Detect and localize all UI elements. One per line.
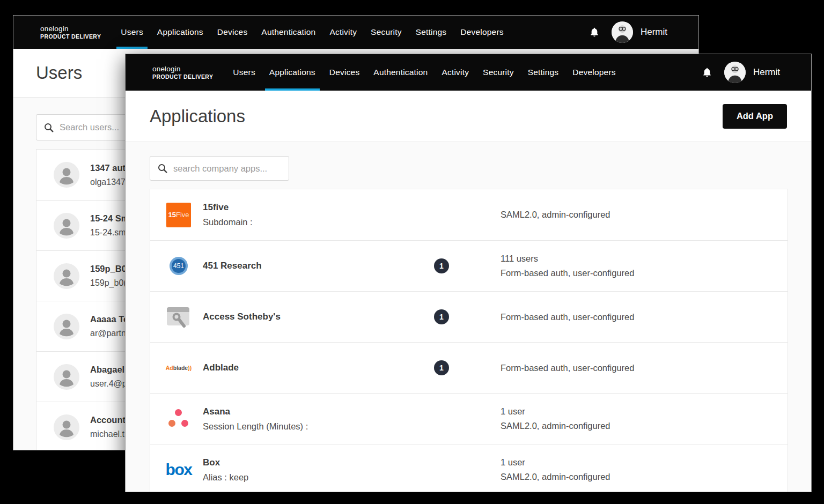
user-avatar-photo[interactable] [724, 62, 746, 83]
user-name: Abagael [90, 365, 127, 375]
account-name[interactable]: Hermit [641, 27, 667, 38]
search-icon [44, 123, 54, 132]
nav-item-users[interactable]: Users [114, 16, 150, 49]
config-line: SAML2.0, admin-configured [501, 210, 771, 220]
app-row-15five[interactable]: 15Five 15five Subdomain : SAML2.0, admin… [150, 189, 788, 240]
onelogin-logo[interactable]: onelogin PRODUCT DELIVERY [152, 65, 213, 80]
user-email: ar@partn [90, 329, 128, 338]
app-config-info: Form-based auth, user-configured [466, 363, 771, 373]
user-name: 159p_B0 [90, 264, 127, 274]
app-config-info: SAML2.0, admin-configured [466, 210, 771, 220]
nav-item-security[interactable]: Security [364, 16, 409, 49]
user-email: 15-24.sm [90, 228, 129, 238]
nav-item-activity[interactable]: Activity [322, 16, 364, 49]
config-line: SAML2.0, admin-configured [501, 472, 771, 482]
app-row-asana[interactable]: Asana Session Length (Minutes) : 1 user … [150, 393, 788, 444]
app-subtitle: Alias : keep [203, 472, 417, 483]
users-count: 1 user [501, 406, 771, 417]
nav-item-developers[interactable]: Developers [565, 54, 622, 91]
nav-item-devices[interactable]: Devices [322, 54, 367, 91]
app-titles: Adblade [203, 362, 417, 373]
nav-item-authentication[interactable]: Authentication [254, 16, 322, 49]
brand-line2: PRODUCT DELIVERY [152, 73, 213, 80]
nav-item-users[interactable]: Users [226, 54, 262, 91]
app-name: 451 Research [203, 261, 417, 271]
app-row-451-research[interactable]: 451 451 Research 1 111 users Form-based … [150, 240, 788, 291]
nav-label: Users [121, 27, 143, 37]
apps-search-input[interactable] [173, 164, 291, 174]
logo-text: Five [176, 211, 189, 219]
app-list: 15Five 15five Subdomain : SAML2.0, admin… [150, 189, 788, 492]
user-meta: 159p_B0 159p_b0( [90, 264, 127, 288]
applications-window: onelogin PRODUCT DELIVERY Users Applicat… [125, 54, 812, 492]
app-titles: Asana Session Length (Minutes) : [203, 406, 417, 432]
app-row-adblade[interactable]: Adblade)) Adblade 1 Form-based auth, use… [150, 342, 788, 393]
badge-column: 1 [417, 360, 466, 375]
user-email: 159p_b0( [90, 278, 127, 288]
app-config-info: 111 users Form-based auth, user-configur… [466, 254, 771, 278]
count-badge: 1 [434, 309, 449, 324]
app-titles: Box Alias : keep [203, 457, 417, 483]
user-name: Aaaaa Te [90, 314, 128, 324]
logo-text: Ad [166, 365, 173, 371]
search-icon [158, 164, 167, 173]
applications-page-header: Applications Add App [126, 91, 811, 142]
count-badge: 1 [434, 360, 449, 375]
app-row-box[interactable]: box Box Alias : keep 1 user SAML2.0, adm… [150, 444, 788, 492]
nav-item-developers[interactable]: Developers [453, 16, 510, 49]
account-name[interactable]: Hermit [753, 67, 780, 78]
nav-item-applications[interactable]: Applications [150, 16, 210, 49]
bell-icon[interactable] [702, 66, 712, 78]
users-count: 1 user [501, 457, 771, 468]
person-silhouette-icon [54, 314, 79, 339]
nav-item-settings[interactable]: Settings [521, 54, 566, 91]
nav-item-settings[interactable]: Settings [409, 16, 454, 49]
app-name: Box [203, 457, 417, 468]
onelogin-logo[interactable]: onelogin PRODUCT DELIVERY [40, 25, 101, 40]
app-name: Asana [203, 406, 417, 417]
nav-item-applications[interactable]: Applications [262, 54, 322, 91]
active-tab-indicator [116, 47, 147, 49]
user-avatar-photo[interactable] [612, 21, 633, 43]
nav-item-authentication[interactable]: Authentication [366, 54, 435, 91]
page-title: Applications [150, 106, 245, 127]
person-silhouette-icon [54, 364, 79, 390]
user-meta: 15-24 Sm 15-24.sm [90, 213, 129, 238]
user-name: 15-24 Sm [90, 213, 129, 224]
apps-search-box [150, 156, 289, 181]
logo-text: )) [188, 365, 192, 371]
add-app-button[interactable]: Add App [723, 104, 787, 129]
app-titles: 451 Research [203, 261, 417, 271]
bell-icon[interactable] [589, 26, 600, 38]
config-line: Form-based auth, user-configured [501, 363, 771, 373]
nav-item-devices[interactable]: Devices [210, 16, 255, 49]
app-config-info: 1 user SAML2.0, admin-configured [466, 457, 771, 482]
logo-text: blade [173, 365, 188, 371]
app-subtitle: Session Length (Minutes) : [203, 421, 417, 432]
app-name: Access Sotheby's [203, 312, 417, 322]
nav-right-group: Hermit [702, 62, 780, 83]
app-row-access-sothebys[interactable]: Access Sotheby's 1 Form-based auth, user… [150, 291, 788, 342]
logo-text: 15 [168, 211, 175, 219]
desktop-background: onelogin PRODUCT DELIVERY Users Applicat… [0, 0, 824, 504]
user-email: user.4@p [90, 379, 127, 389]
user-name: Account [90, 415, 126, 425]
user-meta: Abagael user.4@p [90, 365, 127, 389]
app-titles: Access Sotheby's [203, 312, 417, 322]
app-name: 15five [203, 202, 417, 213]
person-silhouette-icon [54, 414, 79, 440]
page-title: Users [36, 63, 82, 83]
users-count: 111 users [501, 254, 771, 264]
user-meta: Account michael.t [90, 415, 126, 439]
nav-right-group: Hermit [589, 21, 667, 43]
person-silhouette-icon [54, 213, 79, 239]
nav-label: Applications [269, 68, 315, 77]
brand-line2: PRODUCT DELIVERY [40, 33, 101, 40]
nav-item-security[interactable]: Security [476, 54, 521, 91]
nav-item-activity[interactable]: Activity [435, 54, 476, 91]
user-email: michael.t [90, 429, 126, 439]
applications-page-body: 15Five 15five Subdomain : SAML2.0, admin… [126, 142, 811, 492]
person-silhouette-icon [54, 162, 79, 188]
person-silhouette-icon [54, 263, 79, 289]
config-line: SAML2.0, admin-configured [501, 421, 771, 431]
